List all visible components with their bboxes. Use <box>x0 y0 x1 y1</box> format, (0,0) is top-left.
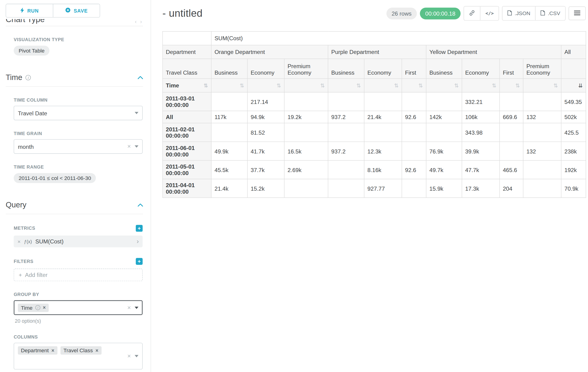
export-json-button[interactable]: .JSON <box>503 7 535 20</box>
menu-button[interactable] <box>569 7 586 20</box>
file-icon <box>507 10 512 17</box>
remove-tag-icon[interactable]: × <box>51 348 54 353</box>
pivot-value-cell: 192k <box>561 160 586 179</box>
metric-name: SUM(Cost) <box>35 238 63 244</box>
sort-header-cell: ⇅ <box>426 79 462 92</box>
column-header: Economy <box>462 59 500 79</box>
column-group-header: Orange Department <box>211 45 328 59</box>
code-icon: </> <box>485 11 494 16</box>
sort-header-cell: ⇅ <box>402 79 426 92</box>
pivot-row: 2011-03-01 00:00:00217.14332.21549.35 <box>163 92 586 111</box>
tag-label: Travel Class <box>63 347 93 353</box>
sort-icon[interactable]: ⇅ <box>320 83 325 89</box>
pivot-value-cell <box>426 123 462 142</box>
pivot-value-cell: 669.6 <box>500 111 523 123</box>
group-by-select[interactable]: Timei× × <box>14 300 143 315</box>
clear-icon[interactable]: × <box>127 143 131 149</box>
sort-icon[interactable]: ⇅ <box>394 83 399 89</box>
sort-header-cell: ⇅ <box>364 79 402 92</box>
pivot-value-cell <box>523 179 561 198</box>
pivot-value-cell: 39.9k <box>462 142 500 160</box>
save-button[interactable]: SAVE <box>53 4 100 17</box>
pivot-table-container: SUM(Cost)DepartmentOrange DepartmentPurp… <box>162 31 586 198</box>
column-header: First <box>500 59 523 79</box>
sort-header-cell: ⇅ <box>500 79 523 92</box>
time-section-title: Time <box>6 73 22 82</box>
clear-icon[interactable]: × <box>127 353 131 359</box>
pivot-value-cell: 2.69k <box>284 160 328 179</box>
selected-option-tag: Timei× <box>18 303 49 312</box>
chevron-up-icon[interactable] <box>137 203 143 206</box>
pivot-value-cell: 49.9k <box>211 142 247 160</box>
filters-label-row: FILTERS + <box>14 258 143 265</box>
chart-header: - untitled 26 rows 00:00:00.18 </> .JSON <box>162 5 586 21</box>
pivot-value-cell <box>426 92 462 111</box>
export-csv-label: .CSV <box>548 10 560 16</box>
add-filter-button[interactable]: + Add filter <box>14 268 143 281</box>
remove-tag-icon[interactable]: × <box>95 348 98 353</box>
time-column-select[interactable]: Travel Date <box>14 106 143 120</box>
time-grain-value: month <box>18 143 34 150</box>
pivot-value-cell: 70.9k <box>561 179 586 198</box>
tag-label: Department <box>21 347 49 353</box>
sort-desc-active-icon[interactable]: ⇊ <box>578 83 583 89</box>
sort-icon[interactable]: ⇅ <box>454 83 459 89</box>
pivot-value-cell: 15.9k <box>426 179 462 198</box>
pivot-value-cell: 92.6 <box>402 160 426 179</box>
pivot-value-cell: 76.9k <box>426 142 462 160</box>
time-section-header[interactable]: Time i <box>6 73 143 87</box>
time-range-value[interactable]: 2011-01-01 ≤ col < 2011-06-30 <box>14 173 96 183</box>
pivot-value-cell <box>328 160 364 179</box>
sort-icon[interactable]: ⇅ <box>357 83 361 89</box>
remove-metric-icon[interactable]: × <box>17 238 21 244</box>
sort-icon[interactable]: ⇅ <box>277 83 281 89</box>
time-grain-select[interactable]: month × <box>14 139 143 154</box>
row-level-label: Time⇅ <box>163 79 211 92</box>
run-button[interactable]: RUN <box>6 4 52 17</box>
sort-icon[interactable]: ⇅ <box>419 83 423 89</box>
sort-icon[interactable]: ⇅ <box>515 83 520 89</box>
chart-title[interactable]: - untitled <box>162 7 203 19</box>
row-count-badge: 26 rows <box>386 7 417 19</box>
pivot-value-cell: 37.7k <box>248 160 284 179</box>
share-button-group: </> <box>464 6 499 21</box>
visualization-type-value[interactable]: Pivot Table <box>14 46 50 55</box>
pivot-row: 2011-02-01 00:00:0081.52343.98425.5 <box>163 123 586 142</box>
pivot-value-cell: 81.52 <box>248 123 284 142</box>
sort-header-cell: ⇅ <box>248 79 284 92</box>
pivot-row: All117k94.9k19.2k937.221.4k92.6142k106k6… <box>163 111 586 123</box>
clear-icon[interactable]: × <box>127 305 131 311</box>
remove-tag-icon[interactable]: × <box>43 305 46 311</box>
pivot-value-cell <box>211 92 247 111</box>
add-metric-button[interactable]: + <box>136 225 142 232</box>
embed-code-button[interactable]: </> <box>480 7 499 20</box>
save-button-label: SAVE <box>74 8 88 14</box>
row-header: 2011-03-01 00:00:00 <box>163 92 211 111</box>
sort-icon[interactable]: ⇅ <box>492 83 496 89</box>
copy-link-button[interactable] <box>464 7 480 20</box>
chevron-up-icon[interactable] <box>137 76 143 79</box>
pivot-value-cell <box>328 123 364 142</box>
column-header: First <box>402 59 426 79</box>
metric-item[interactable]: × ƒ(x) SUM(Cost) › <box>14 235 143 247</box>
pivot-row: 2011-05-01 00:00:0045.5k37.7k2.69k8.16k9… <box>163 160 586 179</box>
group-by-selected-tags: Timei× <box>18 303 49 312</box>
column-level-label: Travel Class <box>163 59 211 79</box>
sort-icon[interactable]: ⇅ <box>554 83 558 89</box>
pivot-value-cell: 21.4k <box>364 111 402 123</box>
pivot-value-cell: 8.16k <box>364 160 402 179</box>
pivot-value-cell <box>364 123 402 142</box>
chart-panel: - untitled 26 rows 00:00:00.18 </> .JSON <box>151 0 588 372</box>
add-filter-plus-button[interactable]: + <box>136 258 142 265</box>
pivot-value-cell: 12.3k <box>364 142 402 160</box>
pivot-value-cell: 425.5 <box>561 123 586 142</box>
export-csv-button[interactable]: .CSV <box>535 7 565 20</box>
pivot-value-cell: 21.4k <box>211 179 247 198</box>
pivot-value-cell: 19.2k <box>284 111 328 123</box>
sort-icon[interactable]: ⇅ <box>240 83 244 89</box>
control-panel: RUN SAVE Chart Type ‹ › VISUALIZATION TY… <box>0 0 151 372</box>
pivot-value-cell: 238k <box>561 142 586 160</box>
query-section-header[interactable]: Query <box>6 201 143 214</box>
sort-icon[interactable]: ⇅ <box>204 83 208 88</box>
columns-select[interactable]: Department×Travel Class× × <box>14 343 143 370</box>
